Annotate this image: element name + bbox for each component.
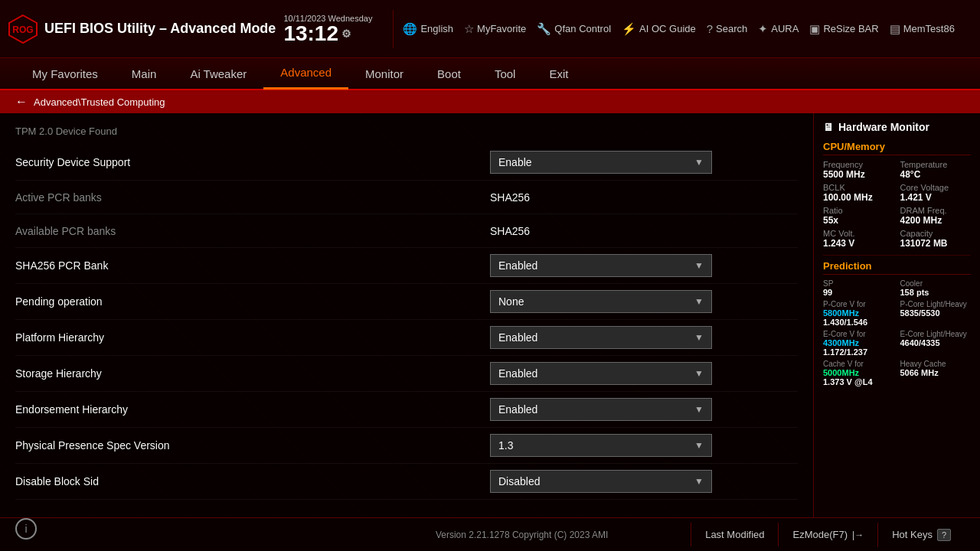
main-wrapper: ROG UEFI BIOS Utility – Advanced Mode 10… [0, 0, 980, 551]
settings-gear-icon[interactable]: ⚙ [341, 28, 351, 39]
fan-icon: 🔧 [537, 22, 551, 36]
dropdown-arrow-icon: ▼ [694, 440, 704, 451]
dropdown-arrow-icon: ▼ [694, 332, 704, 343]
dropdown-arrow-icon: ▼ [694, 404, 704, 415]
version-text: Version 2.21.1278 Copyright (C) 2023 AMI [353, 530, 691, 540]
dropdown-arrow-icon: ▼ [694, 157, 704, 168]
sp-cell: SP 99 [823, 279, 894, 297]
menu-main[interactable]: Main [115, 57, 174, 90]
setting-row: Disable Block Sid Disabled ▼ [15, 464, 798, 500]
last-modified-button[interactable]: Last Modified [691, 523, 778, 546]
ratio-cell: Ratio 55x [823, 206, 894, 226]
sp-cooler-row: SP 99 Cooler 158 pts [823, 279, 971, 297]
dropdown-arrow-icon: ▼ [694, 476, 704, 487]
content-area: TPM 2.0 Device Found Security Device Sup… [0, 113, 980, 517]
available-pcr-banks-label: Available PCR banks [15, 225, 490, 237]
nav-aura[interactable]: ✦ AURA [758, 22, 799, 36]
nav-memtest[interactable]: ▤ MemTest86 [890, 22, 955, 36]
sha256-pcr-bank-label: SHA256 PCR Bank [15, 259, 490, 272]
menu-tool[interactable]: Tool [478, 57, 533, 90]
top-nav: 🌐 English ☆ MyFavorite 🔧 Qfan Control ⚡ … [403, 22, 972, 36]
storage-hierarchy-label: Storage Hierarchy [15, 367, 490, 380]
aura-icon: ✦ [758, 22, 768, 36]
globe-icon: 🌐 [403, 22, 417, 36]
nav-myfavorite[interactable]: ☆ MyFavorite [464, 22, 526, 36]
active-pcr-banks-label: Active PCR banks [15, 191, 490, 204]
star-icon: ☆ [464, 22, 474, 36]
time-display: 13:12 ⚙ [283, 23, 351, 44]
sha256-pcr-bank-dropdown[interactable]: Enabled ▼ [490, 254, 712, 277]
core-voltage-cell: Core Voltage 1.421 V [900, 183, 972, 203]
platform-hierarchy-dropdown[interactable]: Enabled ▼ [490, 326, 712, 349]
prediction-section: Prediction [823, 260, 971, 275]
endorsement-hierarchy-label: Endorsement Hierarchy [15, 403, 490, 416]
cpu-stats-grid: Frequency 5500 MHz Temperature 48°C BCLK… [823, 160, 971, 249]
ezmode-icon: |→ [852, 530, 864, 540]
menu-favorites[interactable]: My Favorites [15, 57, 115, 90]
menu-exit[interactable]: Exit [532, 57, 585, 90]
disable-block-sid-dropdown[interactable]: Disabled ▼ [490, 470, 712, 493]
nav-aioc[interactable]: ⚡ AI OC Guide [622, 22, 696, 36]
memtest-icon: ▤ [890, 22, 900, 36]
menu-bar: My Favorites Main Ai Tweaker Advanced Mo… [0, 58, 980, 90]
pcore-lh-cell: P-Core Light/Heavy 5835/5530 [900, 300, 972, 327]
hw-divider [823, 255, 971, 256]
nav-search[interactable]: ? Search [707, 22, 748, 35]
nav-resizebar[interactable]: ▣ ReSize BAR [809, 22, 878, 36]
dropdown-arrow-icon: ▼ [694, 368, 704, 379]
cache-v-row: Cache V for 5000MHz 1.373 V @L4 Heavy Ca… [823, 360, 971, 386]
temperature-cell: Temperature 48°C [900, 160, 972, 180]
menu-boot[interactable]: Boot [420, 57, 478, 90]
security-device-support-label: Security Device Support [15, 156, 490, 168]
pending-operation-dropdown[interactable]: None ▼ [490, 290, 712, 313]
physical-presence-spec-dropdown[interactable]: 1.3 ▼ [490, 434, 712, 457]
setting-row: SHA256 PCR Bank Enabled ▼ [15, 248, 798, 284]
footer: Version 2.21.1278 Copyright (C) 2023 AMI… [0, 517, 980, 551]
capacity-cell: Capacity 131072 MB [900, 229, 972, 249]
back-arrow-icon[interactable]: ← [15, 95, 28, 109]
top-bar: ROG UEFI BIOS Utility – Advanced Mode 10… [0, 0, 980, 58]
hardware-monitor-title: 🖥 Hardware Monitor [823, 121, 971, 133]
svg-text:ROG: ROG [12, 24, 33, 35]
setting-row: Available PCR banks SHA256 [15, 214, 798, 248]
bclk-cell: BCLK 100.00 MHz [823, 183, 894, 203]
datetime-area: 10/11/2023 Wednesday 13:12 ⚙ [283, 14, 372, 44]
setting-row: Security Device Support Enable ▼ [15, 145, 798, 181]
cooler-cell: Cooler 158 pts [900, 279, 972, 297]
nav-english[interactable]: 🌐 English [403, 22, 453, 36]
menu-monitor[interactable]: Monitor [348, 57, 420, 90]
frequency-cell: Frequency 5500 MHz [823, 160, 894, 180]
security-device-support-dropdown[interactable]: Enable ▼ [490, 151, 712, 174]
footer-actions: Last Modified EzMode(F7) |→ Hot Keys ? [691, 523, 965, 547]
platform-hierarchy-label: Platform Hierarchy [15, 331, 490, 344]
menu-aitweaker[interactable]: Ai Tweaker [173, 57, 263, 90]
logo-area: ROG UEFI BIOS Utility – Advanced Mode [8, 14, 276, 44]
cpu-memory-section: CPU/Memory [823, 141, 971, 155]
left-panel: TPM 2.0 Device Found Security Device Sup… [0, 113, 813, 517]
monitor-icon: 🖥 [823, 121, 834, 133]
storage-hierarchy-dropdown[interactable]: Enabled ▼ [490, 362, 712, 385]
ecore-v-cell: E-Core V for 4300MHz 1.172/1.237 [823, 330, 894, 357]
physical-presence-spec-label: Physical Presence Spec Version [15, 439, 490, 452]
pcore-v-row: P-Core V for 5800MHz 1.430/1.546 P-Core … [823, 300, 971, 327]
hardware-monitor-panel: 🖥 Hardware Monitor CPU/Memory Frequency … [813, 113, 980, 517]
dropdown-arrow-icon: ▼ [694, 260, 704, 271]
available-pcr-banks-value: SHA256 [490, 225, 530, 237]
nav-qfan[interactable]: 🔧 Qfan Control [537, 22, 611, 36]
breadcrumb: ← Advanced\Trusted Computing [0, 90, 980, 113]
hotkeys-button[interactable]: Hot Keys ? [877, 523, 965, 547]
divider [393, 10, 394, 48]
disable-block-sid-label: Disable Block Sid [15, 475, 490, 487]
pcore-v-cell: P-Core V for 5800MHz 1.430/1.546 [823, 300, 894, 327]
menu-advanced[interactable]: Advanced [263, 57, 348, 90]
rog-logo-icon: ROG [8, 14, 38, 44]
pending-operation-label: Pending operation [15, 295, 490, 308]
ezmode-button[interactable]: EzMode(F7) |→ [778, 523, 877, 546]
setting-row: Pending operation None ▼ [15, 284, 798, 320]
resize-icon: ▣ [809, 22, 820, 36]
search-icon: ? [707, 22, 713, 35]
setting-row: Active PCR banks SHA256 [15, 181, 798, 214]
ecore-v-row: E-Core V for 4300MHz 1.172/1.237 E-Core … [823, 330, 971, 357]
endorsement-hierarchy-dropdown[interactable]: Enabled ▼ [490, 398, 712, 421]
tpm-notice: TPM 2.0 Device Found [15, 121, 798, 145]
